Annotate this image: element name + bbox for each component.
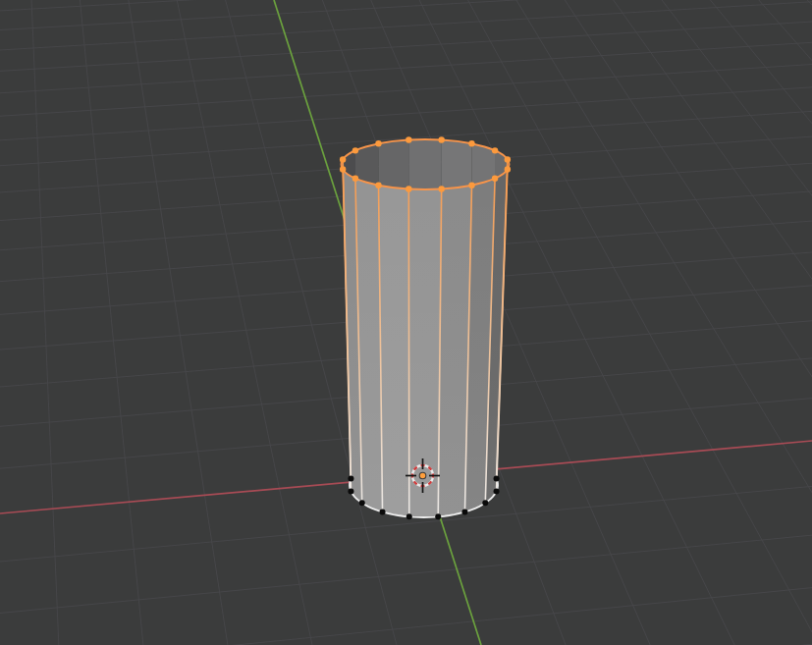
mesh-vertex-selected[interactable] (406, 136, 411, 142)
mesh-vertex-selected[interactable] (438, 136, 444, 142)
mesh-vertex-selected[interactable] (375, 183, 381, 188)
mesh-vertex-selected[interactable] (375, 140, 381, 146)
mesh-vertex-selected[interactable] (340, 166, 346, 172)
interior-face[interactable] (442, 137, 472, 191)
mesh-vertex-unselected[interactable] (482, 500, 488, 506)
mesh-vertex-unselected[interactable] (461, 509, 467, 514)
mesh-vertex-unselected[interactable] (494, 476, 500, 482)
viewport-scene (0, 0, 812, 645)
mesh-vertex-selected[interactable] (340, 156, 346, 162)
mesh-vertex-unselected[interactable] (435, 513, 441, 519)
object-origin-dot (419, 472, 426, 479)
cylinder-mesh[interactable] (340, 136, 511, 519)
wall-light-overlay (342, 160, 510, 517)
mesh-vertex-unselected[interactable] (406, 513, 412, 519)
mesh-vertex-unselected[interactable] (348, 488, 353, 494)
mesh-vertex-selected[interactable] (438, 186, 444, 191)
mesh-vertex-selected[interactable] (352, 147, 358, 153)
mesh-vertex-selected[interactable] (492, 175, 498, 181)
mesh-vertex-unselected[interactable] (348, 476, 353, 482)
mesh-vertex-selected[interactable] (352, 175, 358, 181)
mesh-vertex-unselected[interactable] (380, 509, 386, 514)
mesh-vertex-selected[interactable] (406, 186, 411, 191)
mesh-vertex-selected[interactable] (492, 147, 498, 153)
interior-face[interactable] (379, 137, 409, 191)
mesh-vertex-selected[interactable] (505, 166, 511, 172)
interior-face[interactable] (408, 137, 441, 191)
mesh-vertex-unselected[interactable] (494, 488, 500, 494)
mesh-vertex-selected[interactable] (468, 140, 474, 146)
blender-3d-viewport[interactable] (0, 0, 812, 645)
mesh-vertex-selected[interactable] (505, 156, 511, 162)
mesh-vertex-unselected[interactable] (359, 500, 365, 506)
mesh-vertex-selected[interactable] (468, 183, 474, 188)
